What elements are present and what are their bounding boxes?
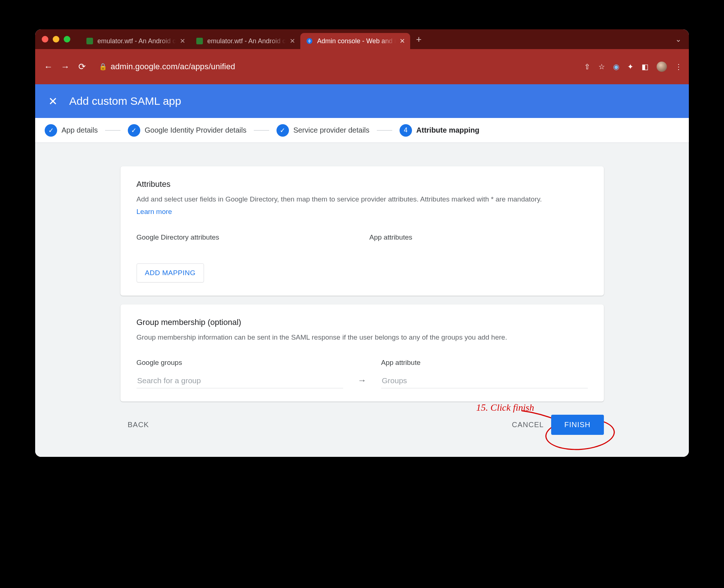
tab-title: emulator.wtf - An Android cloud bbox=[207, 37, 286, 45]
group-heading: Group membership (optional) bbox=[137, 318, 588, 327]
toolbar-right-icons: ⇧ ☆ ◉ ✦ ◧ ⋮ bbox=[584, 62, 682, 72]
tab-title: Admin console - Web and mobile bbox=[317, 37, 396, 45]
step-label: App details bbox=[62, 126, 98, 134]
window-close-button[interactable] bbox=[42, 36, 48, 42]
browser-tab-1[interactable]: emulator.wtf - An Android cloud ✕ bbox=[81, 33, 190, 49]
column-app-attributes: App attributes bbox=[370, 233, 588, 241]
bookmark-star-icon[interactable]: ☆ bbox=[598, 62, 605, 71]
nav-reload-button[interactable]: ⟳ bbox=[75, 62, 89, 72]
new-tab-button[interactable]: + bbox=[410, 34, 427, 45]
group-description: Group membership information can be sent… bbox=[137, 332, 588, 343]
tab-close-icon[interactable]: ✕ bbox=[290, 37, 295, 45]
browser-tab-3[interactable]: Admin console - Web and mobile ✕ bbox=[300, 33, 410, 49]
step-check-icon: ✓ bbox=[276, 124, 289, 137]
google-groups-label: Google groups bbox=[137, 359, 343, 367]
share-icon[interactable]: ⇧ bbox=[584, 62, 590, 71]
step-connector bbox=[377, 130, 392, 131]
nav-forward-button[interactable]: → bbox=[59, 62, 72, 72]
tab-title: emulator.wtf - An Android cloud bbox=[97, 37, 176, 45]
step-label: Service provider details bbox=[293, 126, 370, 134]
window-maximize-button[interactable] bbox=[64, 36, 70, 42]
svg-rect-1 bbox=[196, 38, 203, 44]
tabs-menu-chevron-icon[interactable]: ⌄ bbox=[675, 35, 689, 44]
browser-window: emulator.wtf - An Android cloud ✕ emulat… bbox=[35, 29, 689, 457]
step-attribute-mapping[interactable]: 4 Attribute mapping bbox=[400, 124, 479, 137]
tabs-container: emulator.wtf - An Android cloud ✕ emulat… bbox=[81, 29, 427, 49]
tab-close-icon[interactable]: ✕ bbox=[180, 37, 185, 45]
attributes-heading: Attributes bbox=[137, 180, 588, 189]
add-mapping-button[interactable]: ADD MAPPING bbox=[137, 263, 204, 282]
page-title: Add custom SAML app bbox=[69, 95, 181, 107]
step-connector bbox=[105, 130, 120, 131]
extension-icon-1[interactable]: ◉ bbox=[613, 62, 619, 71]
content-area: Attributes Add and select user fields in… bbox=[35, 143, 689, 457]
browser-tab-strip: emulator.wtf - An Android cloud ✕ emulat… bbox=[35, 29, 689, 49]
app-header: ✕ Add custom SAML app bbox=[35, 84, 689, 118]
attributes-description: Add and select user fields in Google Dir… bbox=[137, 194, 588, 205]
address-bar[interactable]: 🔒 admin.google.com/ac/apps/unified bbox=[99, 62, 235, 71]
annotation-text: 15. Click finish bbox=[476, 402, 534, 413]
extensions-puzzle-icon[interactable]: ✦ bbox=[627, 62, 634, 71]
step-sp-details[interactable]: ✓ Service provider details bbox=[276, 124, 370, 137]
tab-favicon-icon bbox=[305, 37, 313, 45]
window-controls bbox=[42, 36, 70, 42]
close-dialog-button[interactable]: ✕ bbox=[48, 95, 57, 108]
cancel-button[interactable]: CANCEL bbox=[505, 415, 551, 434]
back-button[interactable]: BACK bbox=[120, 415, 156, 434]
nav-back-button[interactable]: ← bbox=[42, 62, 55, 72]
lock-icon: 🔒 bbox=[99, 63, 107, 71]
app-attribute-input[interactable] bbox=[381, 373, 588, 388]
google-groups-search-input[interactable] bbox=[137, 373, 343, 388]
arrow-right-icon: → bbox=[358, 362, 367, 385]
group-membership-card: Group membership (optional) Group member… bbox=[120, 304, 604, 402]
wizard-stepper: ✓ App details ✓ Google Identity Provider… bbox=[35, 118, 689, 143]
column-google-directory: Google Directory attributes bbox=[137, 233, 355, 241]
url-text: admin.google.com/ac/apps/unified bbox=[111, 62, 235, 71]
tab-favicon-icon bbox=[196, 37, 204, 45]
step-label: Attribute mapping bbox=[416, 126, 479, 134]
step-check-icon: ✓ bbox=[128, 124, 140, 137]
window-minimize-button[interactable] bbox=[53, 36, 59, 42]
step-idp-details[interactable]: ✓ Google Identity Provider details bbox=[128, 124, 246, 137]
learn-more-link[interactable]: Learn more bbox=[137, 208, 172, 216]
side-panel-icon[interactable]: ◧ bbox=[642, 62, 649, 71]
wizard-footer: BACK CANCEL FINISH bbox=[120, 415, 604, 435]
tab-favicon-icon bbox=[86, 37, 94, 45]
step-connector bbox=[254, 130, 269, 131]
app-attribute-label: App attribute bbox=[381, 359, 588, 367]
attributes-card: Attributes Add and select user fields in… bbox=[120, 166, 604, 296]
svg-rect-0 bbox=[86, 38, 93, 44]
step-check-icon: ✓ bbox=[45, 124, 57, 137]
profile-avatar-icon[interactable] bbox=[657, 62, 667, 72]
step-app-details[interactable]: ✓ App details bbox=[45, 124, 98, 137]
step-label: Google Identity Provider details bbox=[145, 126, 246, 134]
browser-menu-icon[interactable]: ⋮ bbox=[675, 62, 682, 71]
tab-close-icon[interactable]: ✕ bbox=[400, 37, 405, 45]
finish-button[interactable]: FINISH bbox=[551, 415, 604, 435]
browser-toolbar: ← → ⟳ 🔒 admin.google.com/ac/apps/unified… bbox=[35, 49, 689, 84]
step-number-icon: 4 bbox=[400, 124, 412, 137]
browser-tab-2[interactable]: emulator.wtf - An Android cloud ✕ bbox=[190, 33, 300, 49]
